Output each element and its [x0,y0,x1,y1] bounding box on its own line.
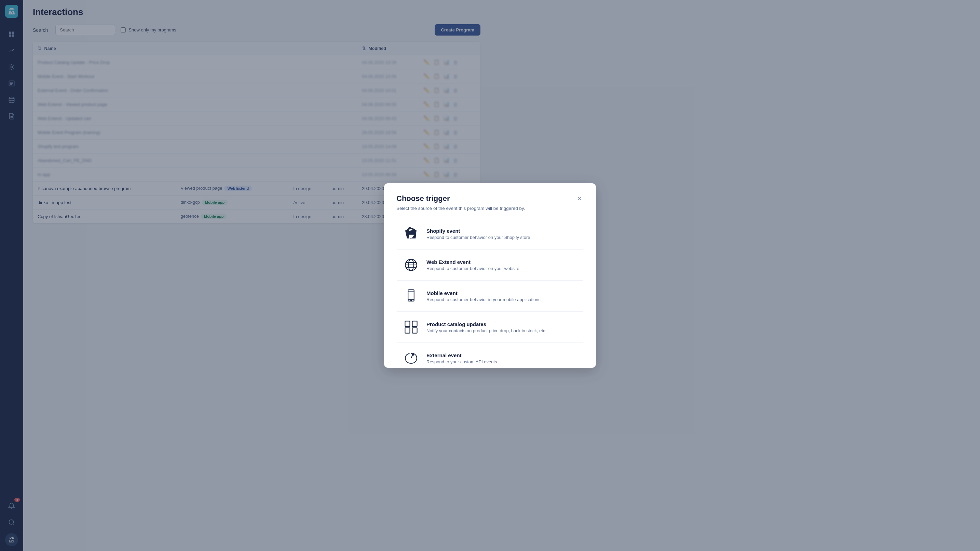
trigger-item-shopify[interactable]: Shopify event Respond to customer behavi… [396,218,490,250]
trigger-icon-web [402,256,420,274]
modal-subtitle: Select the source of the event this prog… [396,206,490,211]
trigger-icon-shopify [402,225,420,243]
trigger-item-web[interactable]: Web Extend event Respond to customer beh… [396,250,490,276]
modal-overlay[interactable]: Choose trigger × Select the source of th… [0,0,490,276]
modal-title: Choose trigger [396,194,450,203]
choose-trigger-modal: Choose trigger × Select the source of th… [384,183,490,276]
trigger-name: Web Extend event [426,259,490,265]
trigger-desc: Respond to customer behavior on your Sho… [426,235,490,240]
trigger-name: Shopify event [426,228,490,234]
trigger-desc: Respond to customer behavior on your web… [426,266,490,271]
modal-header: Choose trigger × [396,194,490,203]
trigger-list: Shopify event Respond to customer behavi… [396,218,490,276]
